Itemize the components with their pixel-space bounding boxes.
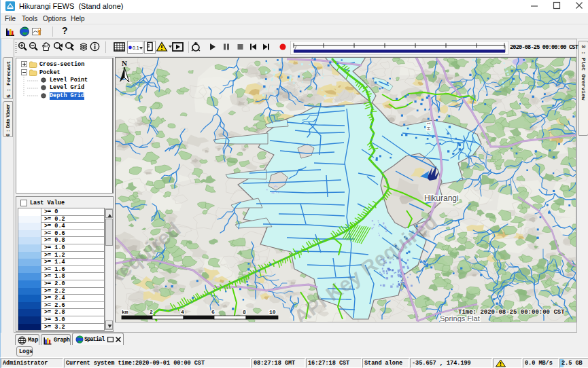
svg-text:6: 6 (211, 309, 215, 315)
svg-text:Time: 2020-08-25 00:00:00 CST: Time: 2020-08-25 00:00:00 CST (458, 309, 565, 316)
svg-text:H 1: H 1 (426, 122, 432, 130)
svg-text:Hikurangi: Hikurangi (424, 194, 459, 203)
svg-text:0.1: 0.1 (133, 45, 139, 50)
svg-text:10: 10 (269, 309, 276, 315)
svg-text:8: 8 (243, 309, 246, 315)
svg-text:2: 2 (150, 309, 153, 315)
svg-text:km: km (122, 309, 128, 315)
svg-text:4: 4 (181, 309, 184, 315)
svg-text:N: N (122, 59, 127, 67)
